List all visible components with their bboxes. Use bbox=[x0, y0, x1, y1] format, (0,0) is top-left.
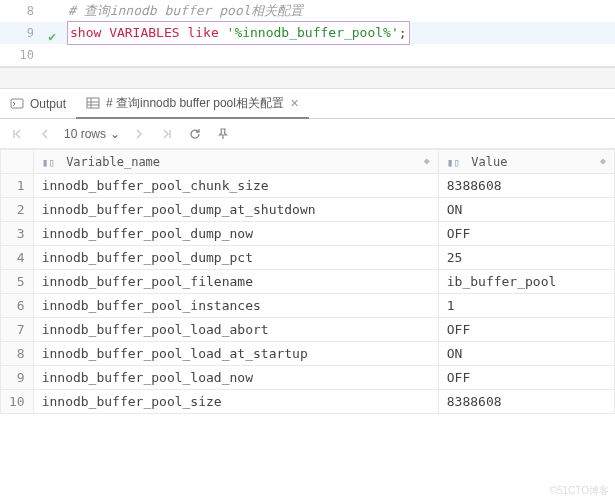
cell-variable[interactable]: innodb_buffer_pool_dump_at_shutdown bbox=[33, 198, 438, 222]
row-number: 9 bbox=[1, 366, 34, 390]
next-page-button[interactable] bbox=[130, 125, 148, 143]
table-row[interactable]: 4innodb_buffer_pool_dump_pct25 bbox=[1, 246, 615, 270]
result-table: ▮▯ Variable_name ◆ ▮▯ Value ◆ 1innodb_bu… bbox=[0, 149, 615, 414]
cell-value[interactable]: OFF bbox=[438, 222, 614, 246]
editor-line[interactable]: 10 bbox=[0, 44, 615, 66]
check-icon: ✔ bbox=[48, 26, 56, 48]
sort-icon[interactable]: ◆ bbox=[424, 155, 430, 166]
table-row[interactable]: 7innodb_buffer_pool_load_abortOFF bbox=[1, 318, 615, 342]
rows-selector[interactable]: 10 rows ⌄ bbox=[64, 127, 120, 141]
cell-value[interactable]: ON bbox=[438, 342, 614, 366]
panel-divider[interactable] bbox=[0, 67, 615, 89]
column-header-variable[interactable]: ▮▯ Variable_name ◆ bbox=[33, 150, 438, 174]
last-page-button[interactable] bbox=[158, 125, 176, 143]
row-number: 1 bbox=[1, 174, 34, 198]
close-icon[interactable]: ✕ bbox=[290, 97, 299, 110]
editor-line[interactable]: 8 # 查询innodb buffer pool相关配置 bbox=[0, 0, 615, 22]
row-number: 8 bbox=[1, 342, 34, 366]
cell-variable[interactable]: innodb_buffer_pool_dump_pct bbox=[33, 246, 438, 270]
column-icon: ▮▯ bbox=[42, 156, 55, 169]
cell-variable[interactable]: innodb_buffer_pool_filename bbox=[33, 270, 438, 294]
table-row[interactable]: 3innodb_buffer_pool_dump_nowOFF bbox=[1, 222, 615, 246]
cell-variable[interactable]: innodb_buffer_pool_load_abort bbox=[33, 318, 438, 342]
cell-variable[interactable]: innodb_buffer_pool_instances bbox=[33, 294, 438, 318]
cell-value[interactable]: 8388608 bbox=[438, 174, 614, 198]
result-tabs: Output # 查询innodb buffer pool相关配置 ✕ bbox=[0, 89, 615, 119]
row-number: 3 bbox=[1, 222, 34, 246]
cell-value[interactable]: ib_buffer_pool bbox=[438, 270, 614, 294]
table-row[interactable]: 2innodb_buffer_pool_dump_at_shutdownON bbox=[1, 198, 615, 222]
row-number: 5 bbox=[1, 270, 34, 294]
first-page-button[interactable] bbox=[8, 125, 26, 143]
line-number: 8 bbox=[0, 0, 42, 22]
row-number: 4 bbox=[1, 246, 34, 270]
refresh-button[interactable] bbox=[186, 125, 204, 143]
cell-value[interactable]: 25 bbox=[438, 246, 614, 270]
prev-page-button[interactable] bbox=[36, 125, 54, 143]
column-header-value[interactable]: ▮▯ Value ◆ bbox=[438, 150, 614, 174]
cell-variable[interactable]: innodb_buffer_pool_load_at_startup bbox=[33, 342, 438, 366]
cell-variable[interactable]: innodb_buffer_pool_dump_now bbox=[33, 222, 438, 246]
tab-output[interactable]: Output bbox=[0, 89, 76, 118]
cell-value[interactable]: 1 bbox=[438, 294, 614, 318]
table-row[interactable]: 1innodb_buffer_pool_chunk_size8388608 bbox=[1, 174, 615, 198]
line-number: 9 ✔ bbox=[0, 22, 42, 44]
table-row[interactable]: 6innodb_buffer_pool_instances1 bbox=[1, 294, 615, 318]
comment-text: # 查询innodb buffer pool相关配置 bbox=[68, 3, 303, 18]
table-row[interactable]: 5innodb_buffer_pool_filenameib_buffer_po… bbox=[1, 270, 615, 294]
sql-editor[interactable]: 8 # 查询innodb buffer pool相关配置 9 ✔ show VA… bbox=[0, 0, 615, 67]
sql-statement: show VARIABLES like '%innodb_buffer_pool… bbox=[68, 22, 409, 44]
table-row[interactable]: 8innodb_buffer_pool_load_at_startupON bbox=[1, 342, 615, 366]
svg-rect-0 bbox=[11, 99, 23, 108]
pin-button[interactable] bbox=[214, 125, 232, 143]
tab-result[interactable]: # 查询innodb buffer pool相关配置 ✕ bbox=[76, 90, 309, 119]
sort-icon[interactable]: ◆ bbox=[600, 155, 606, 166]
cell-value[interactable]: 8388608 bbox=[438, 390, 614, 414]
grid-icon bbox=[86, 96, 100, 110]
line-number: 10 bbox=[0, 44, 42, 66]
row-number-header bbox=[1, 150, 34, 174]
cell-variable[interactable]: innodb_buffer_pool_chunk_size bbox=[33, 174, 438, 198]
row-number: 6 bbox=[1, 294, 34, 318]
rows-label: 10 rows bbox=[64, 127, 106, 141]
chevron-down-icon: ⌄ bbox=[110, 127, 120, 141]
output-icon bbox=[10, 97, 24, 111]
cell-variable[interactable]: innodb_buffer_pool_load_now bbox=[33, 366, 438, 390]
row-number: 10 bbox=[1, 390, 34, 414]
editor-line-active[interactable]: 9 ✔ show VARIABLES like '%innodb_buffer_… bbox=[0, 22, 615, 44]
tab-label: # 查询innodb buffer pool相关配置 bbox=[106, 95, 284, 112]
tab-label: Output bbox=[30, 97, 66, 111]
cell-variable[interactable]: innodb_buffer_pool_size bbox=[33, 390, 438, 414]
cell-value[interactable]: ON bbox=[438, 198, 614, 222]
row-number: 2 bbox=[1, 198, 34, 222]
table-row[interactable]: 10innodb_buffer_pool_size8388608 bbox=[1, 390, 615, 414]
row-number: 7 bbox=[1, 318, 34, 342]
blank-line bbox=[42, 44, 615, 66]
table-row[interactable]: 9innodb_buffer_pool_load_nowOFF bbox=[1, 366, 615, 390]
cell-value[interactable]: OFF bbox=[438, 366, 614, 390]
table-header-row: ▮▯ Variable_name ◆ ▮▯ Value ◆ bbox=[1, 150, 615, 174]
result-toolbar: 10 rows ⌄ bbox=[0, 119, 615, 149]
column-icon: ▮▯ bbox=[447, 156, 460, 169]
cell-value[interactable]: OFF bbox=[438, 318, 614, 342]
svg-rect-1 bbox=[87, 98, 99, 108]
